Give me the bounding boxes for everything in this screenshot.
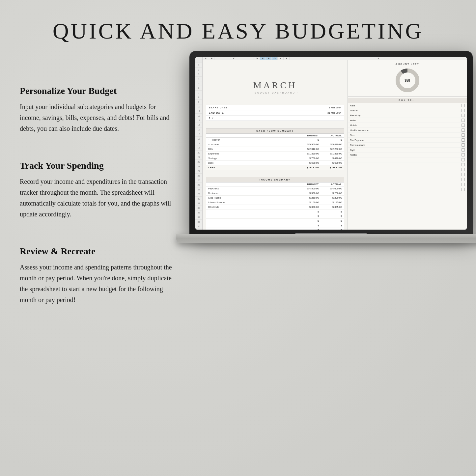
- bill-row-empty-6: [348, 182, 467, 187]
- page-container: QUICK AND EASY BUDGETING ONE TAB ONLY Pe…: [0, 0, 476, 476]
- cf-col-label-empty: [208, 134, 296, 137]
- bill-row-mobile: Mobile: [348, 123, 467, 128]
- income-row-paycheck: Paycheck $ 4,500.00 $ 4,600.00: [206, 186, 344, 191]
- end-date-label: END DATE: [209, 111, 232, 114]
- income-row-empty-4: $ $: [206, 223, 344, 228]
- start-date-value: 1 Mar 2024: [232, 106, 341, 109]
- feature-text-track: Record your income and expenditures in t…: [20, 176, 178, 220]
- budget-subtitle: · BUDGET DASHBOARD ·: [203, 92, 348, 94]
- spreadsheet: 1 2 3 4 5 6 7 8 9 10 11 12 13 14: [195, 57, 467, 230]
- feature-text-review: Assess your income and spending patterns…: [20, 262, 178, 305]
- bill-tracker-title: BILL TR...: [348, 98, 467, 103]
- bill-row-empty-4: [348, 172, 467, 177]
- col-f: F: [266, 57, 272, 60]
- amount-left-value: $58: [394, 67, 421, 94]
- income-row-business: Business $ 300.00 $ 250.00: [206, 191, 344, 196]
- cf-row-savings: Savings $ 750.00 $ 640.00: [206, 156, 344, 161]
- row-num-header: [195, 57, 202, 63]
- bill-row-health: Health Insurance: [348, 128, 467, 133]
- feature-track: Track Your Spending Record your income a…: [20, 160, 178, 220]
- left-content: Personalize Your Budget Input your indiv…: [20, 86, 178, 332]
- bill-row-car-insurance: Car Insurance: [348, 143, 467, 148]
- end-date-row: END DATE 31 Mar 2024: [206, 110, 344, 116]
- feature-title-track: Track Your Spending: [20, 160, 178, 171]
- income-header-row: BUDGET ACTUAL: [206, 182, 344, 186]
- income-budget-header: BUDGET: [296, 183, 319, 185]
- laptop-screen: 1 2 3 4 5 6 7 8 9 10 11 12 13 14: [195, 57, 467, 230]
- laptop-base: [176, 234, 476, 243]
- bill-checkbox-water[interactable]: [462, 119, 465, 122]
- start-date-label: START DATE: [209, 106, 232, 109]
- bill-checkbox-gym[interactable]: [462, 148, 465, 152]
- bill-checkbox-internet[interactable]: [462, 109, 465, 112]
- dashboard-header: MARCH · BUDGET DASHBOARD ·: [203, 60, 348, 102]
- bill-row-empty-3: [348, 167, 467, 172]
- cf-row-left: LEFT $ 518.00 $ 583.00: [206, 165, 344, 170]
- month-title: MARCH: [203, 80, 348, 91]
- income-title: INCOME SUMMARY: [206, 177, 344, 182]
- dates-section: START DATE 1 Mar 2024 END DATE 31 Mar 20…: [206, 105, 344, 121]
- bill-row-empty-7: [348, 187, 467, 192]
- cf-actual-header: ACTUAL: [319, 134, 342, 137]
- cf-header-row: BUDGET ACTUAL: [206, 134, 344, 138]
- bill-row-gas: Gas: [348, 133, 467, 138]
- col-i: I: [284, 57, 290, 60]
- bill-checkbox-car-payment[interactable]: [462, 138, 465, 142]
- bill-checkbox-car-insurance[interactable]: [462, 143, 465, 147]
- bill-row-gym: Gym: [348, 148, 467, 153]
- income-row-empty-2: $ $: [206, 214, 344, 219]
- header: QUICK AND EASY BUDGETING ONE TAB ONLY: [0, 0, 476, 58]
- bill-checkbox-mobile[interactable]: [462, 124, 465, 127]
- bill-checkbox-electricity[interactable]: [462, 114, 465, 117]
- cash-flow-section: CASH FLOW SUMMARY BUDGET ACTUAL +Rollove…: [206, 128, 344, 170]
- bill-row-empty-5: [348, 177, 467, 182]
- row-numbers: 1 2 3 4 5 6 7 8 9 10 11 12 13 14: [195, 57, 203, 230]
- bill-checkbox-netflix[interactable]: [462, 153, 465, 156]
- amount-left-section: AMOUNT LEFT: [348, 60, 467, 97]
- income-actual-header: ACTUAL: [319, 183, 342, 185]
- col-j: J: [290, 57, 467, 60]
- main-title: QUICK AND EASY BUDGETING: [0, 18, 476, 44]
- bill-tracker: BILL TR... Rent Internet: [348, 98, 467, 192]
- donut-chart: $58: [394, 67, 421, 94]
- cf-budget-header: BUDGET: [296, 134, 319, 137]
- bill-row-rent: Rent: [348, 103, 467, 108]
- income-row-sidehustle: Side Hustle $ 250.00 $ 200.00: [206, 196, 344, 200]
- col-d: D: [254, 57, 260, 60]
- income-row-empty-1: $ $: [206, 210, 344, 214]
- col-b: B: [209, 57, 214, 60]
- col-headers: A B C D E F G H I J: [203, 57, 467, 60]
- income-row-empty-3: $ $: [206, 219, 344, 223]
- spreadsheet-content: MARCH · BUDGET DASHBOARD · START DATE 1 …: [203, 60, 467, 230]
- bill-row-car-payment: Car Payment: [348, 138, 467, 143]
- col-h: H: [278, 57, 284, 60]
- start-date-row: START DATE 1 Mar 2024: [206, 105, 344, 110]
- bill-row-internet: Internet: [348, 108, 467, 113]
- left-panel: MARCH · BUDGET DASHBOARD · START DATE 1 …: [203, 60, 348, 230]
- bill-checkbox-rent[interactable]: [462, 104, 465, 107]
- cf-row-income: +Income $ 5,500.00 $ 5,480.00: [206, 142, 344, 147]
- feature-text-personalize: Input your individual subcategories and …: [20, 101, 178, 134]
- laptop-body: 1 2 3 4 5 6 7 8 9 10 11 12 13 14: [189, 51, 473, 236]
- feature-personalize: Personalize Your Budget Input your indiv…: [20, 86, 178, 134]
- cf-row-rollover: +Rollover $ $: [206, 138, 344, 142]
- bill-row-electricity: Electricity: [348, 113, 467, 118]
- bill-checkbox-gas[interactable]: [462, 133, 465, 137]
- right-panel: AMOUNT LEFT: [348, 60, 467, 230]
- income-row-dividends: Dividends $ 300.00 $ 305.00: [206, 205, 344, 210]
- col-c: C: [214, 57, 254, 60]
- bill-row-netflix: Netflix: [348, 153, 467, 157]
- currency-symbol: $: [209, 117, 210, 120]
- spacer-12: [203, 124, 348, 126]
- feature-title-review: Review & Recreate: [20, 246, 178, 257]
- bill-row-water: Water: [348, 118, 467, 123]
- bill-row-empty-2: [348, 162, 467, 167]
- laptop-wrapper: 1 2 3 4 5 6 7 8 9 10 11 12 13 14: [189, 51, 476, 413]
- col-a: A: [203, 57, 209, 60]
- cf-row-bills: Bills $ 2,312.00 $ 2,292.00: [206, 147, 344, 152]
- feature-review: Review & Recreate Assess your income and…: [20, 246, 178, 305]
- bill-checkbox-health[interactable]: [462, 128, 465, 132]
- col-g: G: [272, 57, 278, 60]
- bill-row-empty-1: [348, 157, 467, 162]
- income-section: INCOME SUMMARY BUDGET ACTUAL Paycheck $ …: [206, 177, 344, 230]
